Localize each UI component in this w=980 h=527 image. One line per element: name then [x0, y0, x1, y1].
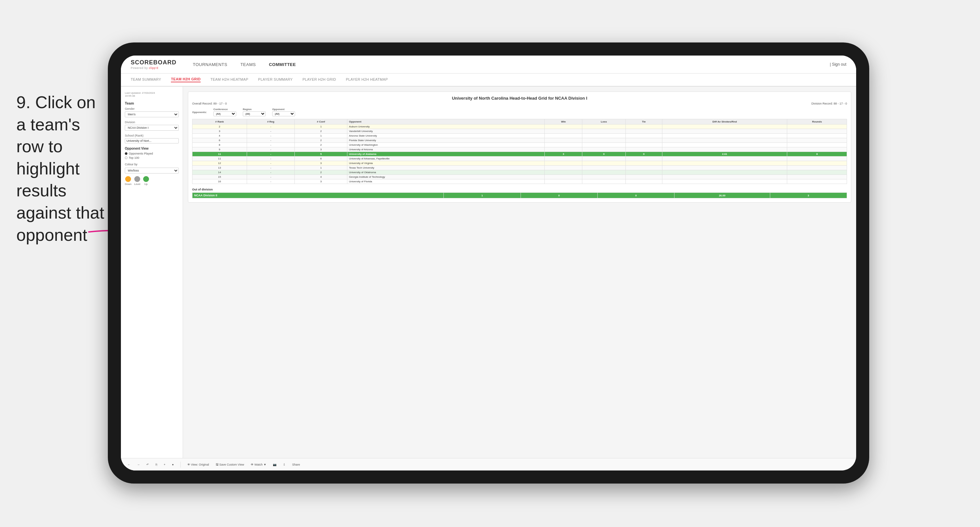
grid-container: University of North Carolina Head-to-Hea…	[188, 91, 851, 202]
col-diff: Diff Av Strokes/Rnd	[662, 119, 787, 124]
colour-by-label: Colour by	[125, 163, 179, 166]
radio-dot-top100	[125, 156, 127, 159]
opponents-label: Opponents:	[192, 111, 207, 114]
subnav-player-h2h-grid[interactable]: PLAYER H2H GRID	[302, 77, 336, 82]
subnav-player-summary[interactable]: PLAYER SUMMARY	[258, 77, 293, 82]
gender-label: Gender	[125, 107, 179, 110]
table-row[interactable]: 3 - 2 Vanderbilt University	[192, 129, 847, 134]
subnav-team-summary[interactable]: TEAM SUMMARY	[131, 77, 161, 82]
nav-links: TOURNAMENTS TEAMS COMMITTEE	[193, 62, 296, 67]
view-original-button[interactable]: 👁 View: Original	[186, 462, 211, 467]
gender-select[interactable]: Men's	[125, 111, 179, 117]
nav-teams[interactable]: TEAMS	[240, 62, 256, 67]
out-of-division-section: Out of division NCAA Division II 1 0 0 2…	[192, 188, 847, 198]
right-content: University of North Carolina Head-to-Hea…	[183, 87, 856, 470]
col-reg: # Reg	[247, 119, 295, 124]
opponent-view-title: Opponent View	[125, 147, 179, 150]
grid-title: University of North Carolina Head-to-Hea…	[192, 96, 847, 100]
col-conf: # Conf	[295, 119, 347, 124]
table-row[interactable]: 2 - 1 Auburn University	[192, 124, 847, 129]
nav-tournaments[interactable]: TOURNAMENTS	[193, 62, 228, 67]
colour-level: Level	[134, 176, 140, 186]
opponent-filter-label: Opponent	[272, 108, 295, 111]
subnav-team-h2h-heatmap[interactable]: TEAM H2H HEATMAP	[210, 77, 248, 82]
col-loss: Loss	[582, 119, 625, 124]
radio-opponents-played[interactable]: Opponents Played	[125, 152, 179, 155]
opponent-filter: Opponent (All)	[272, 108, 295, 116]
division-label: Division	[125, 121, 179, 124]
radio-top-100[interactable]: Top 100	[125, 156, 179, 159]
division-select[interactable]: NCAA Division I	[125, 125, 179, 131]
grid-records: Overall Record: 89 - 17 - 0 Division Rec…	[192, 102, 847, 105]
opponent-select[interactable]: (All)	[272, 111, 295, 116]
col-rounds: Rounds	[787, 119, 847, 124]
colour-down: Down	[125, 176, 131, 186]
instruction-text: 9. Click on a team's row to highlight re…	[16, 91, 108, 246]
table-row[interactable]: 15 - 4 Georgia Institute of Technology	[192, 175, 847, 179]
conference-filter-label: Conference	[213, 108, 236, 111]
subnav-team-h2h-grid[interactable]: TEAM H2H GRID	[171, 77, 200, 82]
out-of-division-table: NCAA Division II 1 0 0 26.00 3	[192, 193, 847, 198]
school-label: School (Rank)	[125, 134, 179, 137]
screenshot-button[interactable]: 📷	[271, 462, 278, 467]
colour-select[interactable]: Win/loss	[125, 167, 179, 174]
region-filter-label: Region	[243, 108, 266, 111]
opponents-label-group: Opponents:	[192, 111, 207, 114]
top-nav: SCOREBOARD Powered by clipp'd TOURNAMENT…	[121, 56, 856, 73]
filters-row: Opponents: Conference (All) Region (All)	[192, 108, 847, 116]
school-input[interactable]	[125, 138, 179, 143]
table-row[interactable]: 12 - 3 University of Virginia	[192, 161, 847, 166]
division-field: Division NCAA Division I	[125, 121, 179, 131]
sub-nav: TEAM SUMMARY TEAM H2H GRID TEAM H2H HEAT…	[121, 73, 856, 87]
logo-clipp: clipp'd	[149, 66, 159, 70]
col-opponent: Opponent	[347, 119, 545, 124]
watch-button[interactable]: 👁 Watch ▼	[249, 462, 268, 467]
colour-section: Colour by Win/loss Down Level	[125, 163, 179, 186]
table-row[interactable]: 9 - 3 University of Arizona	[192, 147, 847, 152]
division-record: Division Record: 88 - 17 - 0	[811, 102, 847, 105]
col-win: Win	[545, 119, 582, 124]
radio-dot-opponents	[125, 152, 127, 155]
table-row[interactable]: 14 - 2 University of Oklahoma	[192, 170, 847, 175]
table-row[interactable]: 8 - 2 University of Washington	[192, 143, 847, 147]
tablet-screen: SCOREBOARD Powered by clipp'd TOURNAMENT…	[121, 56, 856, 470]
col-tie: Tie	[625, 119, 662, 124]
region-filter: Region (All)	[243, 108, 266, 116]
save-custom-view-button[interactable]: 🖫 Save Custom View	[214, 462, 246, 467]
table-row[interactable]: 4 - 1 Arizona State University	[192, 134, 847, 138]
panel-timestamp: Last Updated: 27/03/2024 16:55:38	[125, 91, 179, 97]
download-button[interactable]: ⇩	[282, 462, 287, 467]
logo-area: SCOREBOARD Powered by clipp'd	[131, 59, 177, 70]
conference-filter: Conference (All)	[213, 108, 236, 116]
region-select[interactable]: (All)	[243, 111, 266, 116]
main-content: Last Updated: 27/03/2024 16:55:38 Team G…	[121, 87, 856, 470]
nav-committee[interactable]: COMMITTEE	[269, 62, 296, 67]
overall-record: Overall Record: 89 - 17 - 0	[192, 102, 227, 105]
gender-field: Gender Men's	[125, 107, 179, 117]
instruction-body: Click on a team's row to highlight resul…	[16, 93, 104, 244]
colour-circle-down	[125, 176, 131, 182]
step-number: 9.	[16, 93, 30, 112]
logo-sub: Powered by clipp'd	[131, 66, 177, 70]
colour-up: Up	[143, 176, 149, 186]
nav-left: SCOREBOARD Powered by clipp'd TOURNAMENT…	[131, 59, 296, 70]
table-row[interactable]: 13 - 1 Texas Tech University	[192, 166, 847, 170]
table-row[interactable]: 16 - 3 University of Florida	[192, 179, 847, 184]
out-of-division-label: Out of division	[192, 188, 847, 191]
sign-out[interactable]: | Sign out	[830, 62, 847, 67]
table-row-highlighted[interactable]: 11 - 5 University of Alabama 3 0 0 2.61 …	[192, 152, 847, 156]
tablet-frame: SCOREBOARD Powered by clipp'd TOURNAMENT…	[108, 43, 869, 484]
col-rank: # Rank	[192, 119, 247, 124]
colour-circle-up	[143, 176, 149, 182]
panel-team-title: Team	[125, 101, 179, 105]
h2h-table: # Rank # Reg # Conf Opponent Win Loss Ti…	[192, 119, 847, 184]
school-field: School (Rank)	[125, 134, 179, 143]
table-row[interactable]: 11 - 6 University of Arkansas, Fayettevi…	[192, 156, 847, 161]
table-row[interactable]: 6 - 2 Florida State University	[192, 138, 847, 143]
subnav-player-h2h-heatmap[interactable]: PLAYER H2H HEATMAP	[346, 77, 388, 82]
out-of-division-row[interactable]: NCAA Division II 1 0 0 26.00 3	[192, 193, 847, 198]
conference-select[interactable]: (All)	[213, 111, 236, 116]
left-panel: Last Updated: 27/03/2024 16:55:38 Team G…	[121, 87, 183, 470]
share-button[interactable]: Share	[291, 462, 302, 467]
logo-text: SCOREBOARD	[131, 59, 177, 66]
